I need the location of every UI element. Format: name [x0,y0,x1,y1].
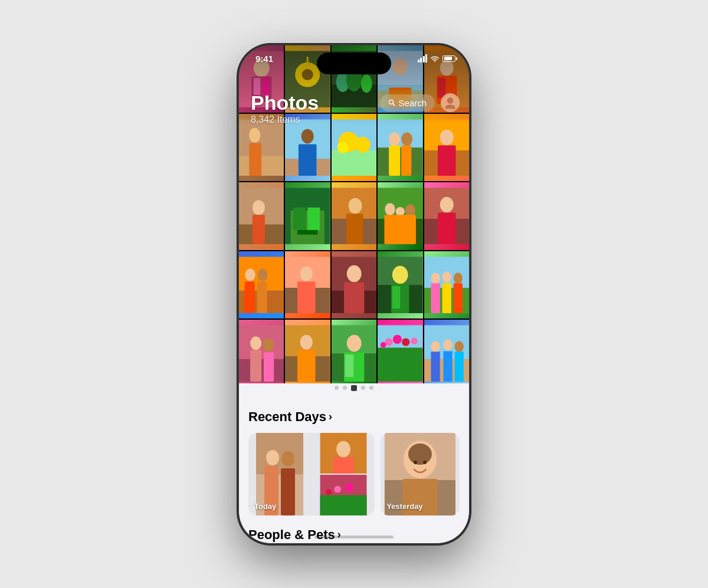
svg-rect-41 [401,145,411,176]
svg-point-108 [347,335,362,352]
photo-cell[interactable] [378,182,422,249]
home-indicator[interactable] [314,536,394,538]
svg-rect-68 [438,213,456,244]
svg-rect-93 [431,283,440,313]
svg-point-150 [423,461,427,464]
recent-days-title: Recent Days [248,409,326,425]
photo-cell[interactable] [424,251,469,318]
recent-days-row: Today [248,433,460,515]
svg-rect-82 [344,282,364,313]
svg-rect-105 [297,350,316,382]
photo-cell[interactable] [285,251,330,318]
svg-point-34 [355,137,371,153]
items-count: 8,342 Items [251,114,300,124]
recent-days-header: Recent Days › [248,409,460,425]
svg-rect-54 [297,230,317,235]
svg-point-116 [411,338,418,344]
svg-rect-101 [264,352,274,382]
status-time: 9:41 [255,54,273,64]
svg-point-71 [245,268,255,281]
content-area: Recent Days › [239,402,469,543]
photo-cell[interactable] [239,251,284,318]
svg-rect-49 [253,215,265,245]
yesterday-card[interactable]: Yesterday [381,433,460,515]
today-card[interactable]: Today [248,433,375,515]
svg-point-92 [453,272,462,284]
svg-rect-110 [345,354,353,377]
svg-point-132 [266,450,279,465]
photo-cell[interactable] [378,251,422,318]
svg-rect-124 [443,351,452,382]
photo-cell[interactable] [239,320,284,387]
svg-rect-40 [389,145,400,176]
dynamic-island [317,52,391,74]
svg-point-113 [385,339,393,346]
svg-point-67 [440,197,453,213]
today-small-image-1 [312,433,375,474]
phone-screen: 9:41 [239,45,469,543]
svg-rect-52 [294,208,306,230]
photo-cell[interactable] [239,182,284,249]
avatar-image [442,94,458,111]
people-pets-header: People & Pets › [248,527,460,543]
svg-rect-95 [453,283,462,313]
photo-cell[interactable] [285,320,330,387]
svg-point-137 [336,441,350,457]
recent-days-chevron[interactable]: › [329,410,332,423]
wifi-icon [430,55,440,62]
svg-rect-87 [392,286,400,308]
page-title: Photos [251,91,319,114]
photo-cell[interactable] [332,320,376,387]
battery-icon [442,55,457,62]
svg-point-98 [250,337,261,350]
dot-1[interactable] [335,386,339,390]
photo-cell[interactable] [285,182,330,249]
people-pets-chevron[interactable]: › [337,528,341,541]
svg-rect-125 [454,352,463,382]
header-actions: Search [380,93,460,112]
svg-rect-94 [442,283,451,313]
search-button[interactable]: Search [380,94,435,111]
photo-cell[interactable] [332,182,376,249]
people-pets-title: People & Pets [248,527,335,543]
svg-point-77 [300,266,313,281]
svg-point-63 [396,207,405,216]
svg-rect-64 [385,215,416,245]
svg-point-120 [431,341,440,352]
svg-rect-74 [257,281,267,313]
svg-point-38 [389,132,400,146]
svg-point-48 [253,201,265,215]
svg-point-141 [345,483,353,491]
svg-rect-73 [245,281,255,313]
photo-cell[interactable] [424,320,469,387]
svg-point-57 [348,198,362,214]
search-icon [388,99,395,106]
photo-cell[interactable] [332,251,376,318]
svg-line-127 [393,104,395,106]
svg-point-25 [249,128,260,143]
svg-point-133 [281,451,294,467]
svg-point-39 [401,132,412,146]
svg-rect-138 [333,457,353,474]
avatar[interactable] [441,93,460,112]
svg-point-35 [337,142,348,153]
photo-cell[interactable] [378,320,422,387]
header-row: Photos Search [251,91,460,114]
photo-cell[interactable] [424,182,469,249]
dot-3-active[interactable] [351,385,357,391]
recent-days-section: Recent Days › [248,409,460,515]
svg-rect-143 [320,495,367,515]
svg-point-142 [326,489,332,495]
svg-point-140 [334,485,341,492]
svg-rect-135 [281,468,295,515]
dot-5[interactable] [369,386,373,390]
svg-rect-100 [250,350,261,382]
dot-4[interactable] [361,386,365,390]
yesterday-label: Yesterday [386,502,422,511]
svg-point-61 [385,203,395,216]
svg-point-29 [301,129,314,144]
dot-2[interactable] [343,386,347,390]
svg-point-72 [258,268,268,281]
svg-point-90 [431,272,440,284]
svg-point-99 [263,339,274,352]
